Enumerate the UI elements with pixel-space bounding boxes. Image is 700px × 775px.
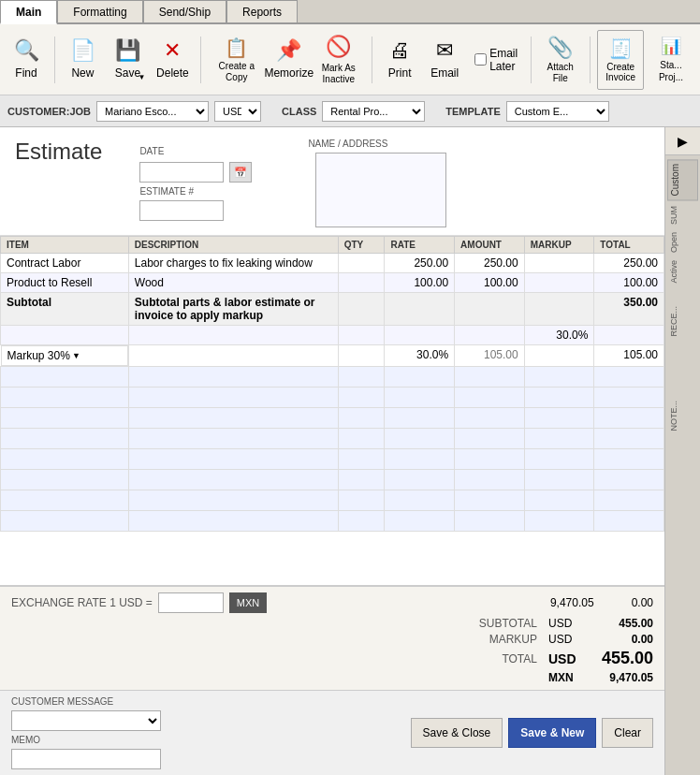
cell-markup-markup xyxy=(524,345,594,367)
tab-bar: Main Formatting Send/Ship Reports xyxy=(0,0,700,24)
tab-send-ship[interactable]: Send/Ship xyxy=(143,0,226,22)
subtotal-line: SUBTOTAL USD 455.00 xyxy=(479,617,653,630)
class-select[interactable]: Rental Pro... xyxy=(322,101,425,122)
cell-description-markup xyxy=(128,345,338,367)
cell-qty-subtotal xyxy=(338,293,385,326)
tab-main[interactable]: Main xyxy=(0,0,57,24)
template-label: TEMPLATE xyxy=(445,106,500,117)
date-label: DATE xyxy=(139,146,164,156)
cell-description: Wood xyxy=(128,273,338,293)
mxn-button[interactable]: MXN xyxy=(229,592,267,613)
toolbar: 🔍 Find 📄 New 💾 Save ▼ ✕ Delete 📋 Create … xyxy=(0,24,700,95)
email-later-checkbox[interactable] xyxy=(474,53,487,66)
col-rate: RATE xyxy=(385,237,455,254)
find-icon: 🔍 xyxy=(14,37,39,65)
new-button[interactable]: 📄 New xyxy=(62,30,103,90)
collapse-arrow: ▶ xyxy=(678,134,688,149)
cell-amount: 100.00 xyxy=(455,273,525,293)
exchange-input[interactable]: 20.8133 xyxy=(158,592,224,613)
sta-proj-button[interactable]: 📊 Sta... Proj... xyxy=(648,30,694,90)
mark-inactive-button[interactable]: 🚫 Mark As Inactive xyxy=(314,30,364,90)
total-mxn-line: MXN 9,470.05 xyxy=(481,671,653,684)
attach-file-button[interactable]: 📎 Attach File xyxy=(539,30,582,90)
delete-button[interactable]: ✕ Delete xyxy=(152,30,193,90)
address-box[interactable] xyxy=(315,153,446,227)
cell-total-subtotal: 350.00 xyxy=(594,293,664,326)
memo-row: MEMO xyxy=(11,735,403,745)
col-qty: QTY xyxy=(338,237,385,254)
total-label: TOTAL xyxy=(481,652,537,665)
cell-qty-markup xyxy=(338,345,385,367)
table-row-empty[interactable] xyxy=(1,367,664,388)
create-invoice-icon: 🧾 xyxy=(609,37,633,60)
print-icon: 🖨 xyxy=(389,37,410,65)
find-button[interactable]: 🔍 Find xyxy=(6,30,47,90)
cell-qty xyxy=(338,273,385,293)
save-new-button[interactable]: Save & New xyxy=(508,718,596,748)
customer-message-select[interactable] xyxy=(11,710,161,731)
table-row-empty[interactable] xyxy=(1,388,664,408)
email-button[interactable]: ✉ Email xyxy=(424,30,465,90)
estimate-title: Estimate xyxy=(15,139,102,227)
cell-description-markup-pct xyxy=(128,326,338,345)
mxn-totals: 9,470.05 0.00 xyxy=(550,596,653,609)
class-label: CLASS xyxy=(282,106,316,117)
sta-proj-icon: 📊 xyxy=(661,36,681,57)
date-row: DATE xyxy=(139,146,252,158)
col-total: TOTAL xyxy=(594,237,664,254)
create-invoice-button[interactable]: 🧾 Create Invoice xyxy=(597,30,644,90)
total-mxn-value: 9,470.05 xyxy=(588,671,653,684)
memo-label: MEMO xyxy=(11,735,40,745)
form-header: Estimate DATE 02/01/2017 📅 ESTIMATE # 1 … xyxy=(0,127,664,236)
right-panel-toggle[interactable]: ▶ xyxy=(665,127,700,155)
table-row-empty[interactable] xyxy=(1,429,664,449)
save-button[interactable]: 💾 Save ▼ xyxy=(107,30,148,90)
customer-job-select[interactable]: Mariano Esco... xyxy=(96,101,209,122)
email-later-label[interactable]: Email Later xyxy=(474,47,518,73)
template-select[interactable]: Custom E... xyxy=(506,101,609,122)
right-panel: ▶ Custom SUM Open Active RECE... NOTE... xyxy=(664,127,700,775)
open-label: Open xyxy=(667,230,698,255)
estimate-input[interactable]: 1 xyxy=(139,200,224,221)
table-row-empty[interactable] xyxy=(1,408,664,429)
table-row-empty[interactable] xyxy=(1,490,664,511)
table-row[interactable]: Product to Resell Wood 100.00 100.00 100… xyxy=(1,273,664,293)
table-row-empty[interactable] xyxy=(1,470,664,490)
cell-item: Product to Resell xyxy=(1,273,129,293)
email-later-container: Email Later xyxy=(474,47,518,73)
estimate-input-row: 1 xyxy=(139,200,252,221)
customer-bar: CUSTOMER:JOB Mariano Esco... USD CLASS R… xyxy=(0,95,700,127)
cell-item-markup-pct xyxy=(1,326,129,345)
col-description: DESCRIPTION xyxy=(128,237,338,254)
tab-formatting[interactable]: Formatting xyxy=(57,0,142,22)
print-button[interactable]: 🖨 Print xyxy=(379,30,420,90)
calendar-button[interactable]: 📅 xyxy=(229,162,252,183)
memo-input[interactable] xyxy=(11,749,161,769)
total-usd-currency: USD xyxy=(548,651,576,666)
save-close-button[interactable]: Save & Close xyxy=(411,718,503,748)
cell-item-subtotal: Subtotal xyxy=(1,293,129,326)
date-input[interactable]: 02/01/2017 xyxy=(139,162,224,183)
clear-button[interactable]: Clear xyxy=(602,718,653,748)
memorize-button[interactable]: 📌 Memorize xyxy=(269,30,310,90)
mxn-zero: 0.00 xyxy=(632,596,653,609)
custom-section: Custom xyxy=(667,159,698,200)
cell-total-markup: 105.00 xyxy=(594,345,664,367)
subtotal-value: 455.00 xyxy=(588,617,653,630)
table-row-markup[interactable]: Markup 30% ▼ 30.0% 105.00 105.00 xyxy=(1,345,664,367)
cell-amount-markup-pct xyxy=(455,326,525,345)
table-row-empty[interactable] xyxy=(1,449,664,470)
currency-select[interactable]: USD xyxy=(214,101,261,122)
col-amount: AMOUNT xyxy=(455,237,525,254)
memo-input-row xyxy=(11,749,403,769)
name-address-label: NAME / ADDRESS xyxy=(308,139,446,149)
col-markup: MARKUP xyxy=(524,237,594,254)
table-row-empty[interactable] xyxy=(1,511,664,532)
main-area: Estimate DATE 02/01/2017 📅 ESTIMATE # 1 … xyxy=(0,127,700,775)
markup-dropdown-arrow[interactable]: ▼ xyxy=(72,351,80,360)
table-row[interactable]: Contract Labor Labor charges to fix leak… xyxy=(1,254,664,273)
create-copy-button[interactable]: 📋 Create a Copy xyxy=(209,30,265,90)
tab-reports[interactable]: Reports xyxy=(226,0,298,22)
table-header-row: ITEM DESCRIPTION QTY RATE AMOUNT MARKUP … xyxy=(1,237,664,254)
cell-total-markup-pct xyxy=(594,326,664,345)
